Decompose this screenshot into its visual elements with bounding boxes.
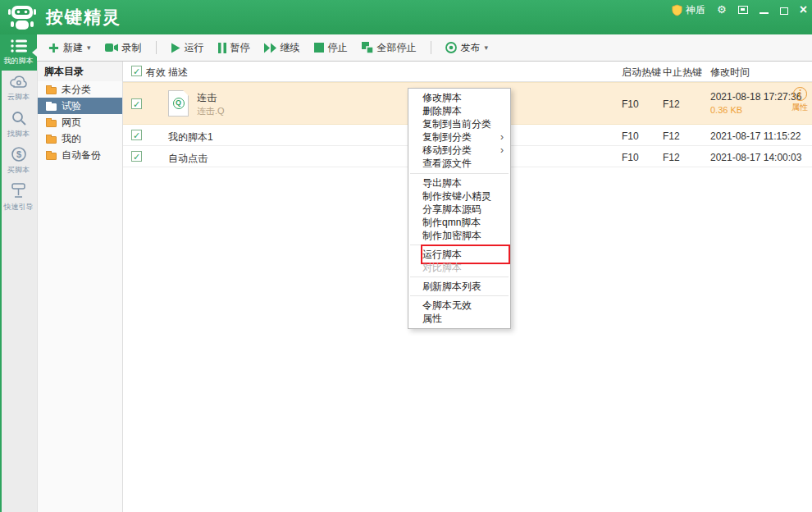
category-label: 自动备份 xyxy=(62,149,101,162)
submenu-arrow-icon: › xyxy=(500,130,504,144)
search-icon xyxy=(11,110,27,126)
category-webpage[interactable]: 网页 xyxy=(38,114,122,130)
minimize-icon[interactable] xyxy=(760,12,769,14)
sidebar-item-label: 快速引导 xyxy=(4,202,34,213)
button-label: 录制 xyxy=(122,41,142,55)
abort-hotkey-value: F12 xyxy=(663,130,680,142)
properties-label: 属性 xyxy=(787,102,812,113)
category-auto-backup[interactable]: 自动备份 xyxy=(38,147,122,163)
sidebar-item-my-scripts[interactable]: 我的脚本 xyxy=(0,34,37,71)
settings-gear-icon[interactable]: ⚙ xyxy=(717,3,727,16)
menu-item-make-encrypted-script[interactable]: 制作加密脚本 xyxy=(408,229,510,242)
column-abort-hotkey[interactable]: 中止热键 xyxy=(663,66,702,80)
sidebar-item-buy-scripts[interactable]: $ 买脚本 xyxy=(0,143,37,179)
row-checkbox[interactable]: ✓ xyxy=(131,130,142,140)
table-header: ✓ 有效 描述 启动热键 中止热键 修改时间 xyxy=(123,62,812,82)
sidebar-item-find-scripts[interactable]: 找脚本 xyxy=(0,107,37,143)
sidebar-item-label: 云脚本 xyxy=(7,92,30,103)
close-icon[interactable]: × xyxy=(800,3,807,16)
menu-item-refresh-script-list[interactable]: 刷新脚本列表 xyxy=(408,280,510,293)
button-label: 发布 xyxy=(461,41,481,55)
sidebar-item-label: 我的脚本 xyxy=(4,56,34,66)
context-menu: 修改脚本 删除脚本 复制到当前分类 复制到分类 › 移动到分类 › 查看源文件 … xyxy=(408,88,511,329)
sidebar-item-cloud-scripts[interactable]: 云脚本 xyxy=(0,71,37,107)
maximize-icon[interactable] xyxy=(780,7,788,15)
category-label: 我的 xyxy=(62,132,81,146)
signpost-icon xyxy=(10,181,28,199)
menu-item-run-script[interactable]: 运行脚本 xyxy=(408,248,510,261)
menu-item-make-mini-elf[interactable]: 制作按键小精灵 xyxy=(408,190,510,203)
script-filename: 连击.Q xyxy=(197,105,225,117)
category-uncategorized[interactable]: 未分类 xyxy=(38,81,122,98)
menu-item-make-qmn-script[interactable]: 制作qmn脚本 xyxy=(408,216,510,229)
menu-separator xyxy=(410,173,509,174)
script-title: 连击 xyxy=(197,91,217,105)
category-label: 未分类 xyxy=(62,83,91,97)
category-label: 网页 xyxy=(62,116,81,130)
abort-hotkey-value: F12 xyxy=(663,98,680,110)
column-valid[interactable]: 有效 xyxy=(146,66,166,80)
menu-item-view-source-file[interactable]: 查看源文件 xyxy=(408,157,510,170)
column-modified-time[interactable]: 修改时间 xyxy=(710,66,750,80)
column-description[interactable]: 描述 xyxy=(168,66,188,80)
abort-hotkey-value: F12 xyxy=(663,152,680,163)
menu-item-modify-script[interactable]: 修改脚本 xyxy=(408,91,510,104)
publish-button[interactable]: 发布 ▾ xyxy=(445,41,489,55)
folder-icon xyxy=(46,103,57,111)
mini-window-icon[interactable] xyxy=(738,6,748,14)
new-script-button[interactable]: 新建 ▾ xyxy=(48,41,91,55)
row-checkbox[interactable]: ✓ xyxy=(131,151,142,162)
properties-button[interactable]: i 属性 xyxy=(787,87,812,113)
category-test-selected[interactable]: 试验 xyxy=(38,98,122,114)
script-file-icon: Q xyxy=(168,90,189,117)
window-left-edge xyxy=(0,34,2,512)
menu-item-properties[interactable]: 属性 xyxy=(408,312,510,325)
script-title: 我的脚本1 xyxy=(168,130,213,144)
button-label: 全部停止 xyxy=(377,41,417,55)
info-icon: i xyxy=(793,87,807,101)
menu-item-invalidate-script[interactable]: 令脚本无效 xyxy=(408,299,510,312)
run-button[interactable]: 运行 xyxy=(171,41,204,55)
plus-icon xyxy=(48,43,59,53)
menu-item-delete-script[interactable]: 删除脚本 xyxy=(408,104,510,117)
button-label: 新建 xyxy=(63,41,83,55)
menu-item-move-to-category[interactable]: 移动到分类 › xyxy=(408,144,510,157)
sidebar-item-quick-guide[interactable]: 快速引导 xyxy=(0,179,37,215)
script-title: 自动点击 xyxy=(168,152,208,166)
stop-button[interactable]: 停止 xyxy=(314,41,348,55)
modified-time-value: 2021-08-17 11:15:22 xyxy=(710,130,801,142)
row-checkbox[interactable]: ✓ xyxy=(131,98,142,109)
stop-all-icon xyxy=(362,42,373,53)
start-hotkey-value: F10 xyxy=(622,152,639,163)
fast-forward-icon xyxy=(264,43,276,53)
record-button[interactable]: 录制 xyxy=(105,41,142,55)
menu-item-copy-to-category[interactable]: 复制到分类 › xyxy=(408,130,510,144)
toolbar-separator xyxy=(156,41,157,54)
record-camera-icon xyxy=(105,43,118,53)
select-all-checkbox[interactable]: ✓ xyxy=(131,66,142,76)
button-label: 运行 xyxy=(185,41,204,55)
column-start-hotkey[interactable]: 启动热键 xyxy=(622,66,661,80)
menu-item-share-source-code[interactable]: 分享脚本源码 xyxy=(408,203,510,216)
menu-item-export-script[interactable]: 导出脚本 xyxy=(408,176,510,190)
script-directory-panel: 脚本目录 未分类 试验 网页 我的 自动备份 xyxy=(37,62,123,512)
shield-icon xyxy=(672,4,682,16)
menu-item-compare-script-disabled: 对比脚本 xyxy=(408,261,510,274)
toolbar-separator xyxy=(431,41,431,54)
folder-icon xyxy=(46,136,57,144)
stop-all-button[interactable]: 全部停止 xyxy=(362,41,417,55)
q-badge-icon: Q xyxy=(173,98,185,109)
folder-icon xyxy=(46,120,57,127)
stop-icon xyxy=(314,43,324,53)
app-logo-robot-icon xyxy=(7,2,38,32)
pause-button[interactable]: 暂停 xyxy=(218,41,250,55)
menu-item-copy-to-current-category[interactable]: 复制到当前分类 xyxy=(408,117,510,130)
category-mine[interactable]: 我的 xyxy=(38,130,122,147)
pause-icon xyxy=(218,43,226,53)
publish-icon xyxy=(445,42,457,53)
menu-separator xyxy=(410,277,509,277)
script-directory-header: 脚本目录 xyxy=(38,62,122,81)
shield-badge[interactable]: 神盾 xyxy=(672,3,705,17)
continue-button[interactable]: 继续 xyxy=(264,41,300,55)
submenu-arrow-icon: › xyxy=(500,144,504,157)
